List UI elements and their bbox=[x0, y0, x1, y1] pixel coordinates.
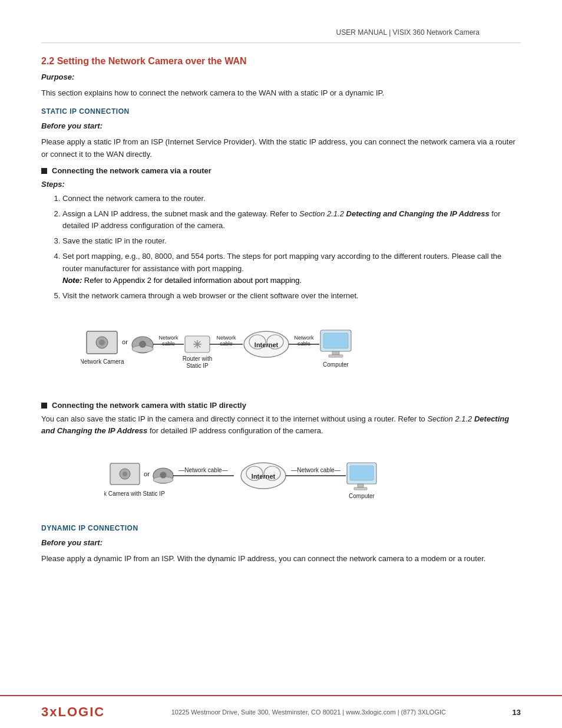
purpose-text: This section explains how to connect the… bbox=[41, 87, 521, 99]
step-2: Assign a LAN IP address, the subnet mask… bbox=[62, 208, 521, 232]
diagram1: Network Camera or Network cable Router bbox=[41, 314, 521, 390]
footer-page: 13 bbox=[513, 708, 521, 717]
svg-rect-51 bbox=[350, 466, 373, 480]
svg-rect-30 bbox=[323, 333, 348, 348]
svg-point-3 bbox=[99, 340, 105, 345]
svg-point-41 bbox=[160, 472, 167, 479]
purpose-label: Purpose: bbox=[41, 71, 521, 83]
section-title: 2.2 Setting the Network Camera over the … bbox=[41, 56, 521, 67]
header-text: USER MANUAL | VISIX 360 Network Camera bbox=[336, 28, 480, 37]
step-3: Save the static IP in the router. bbox=[62, 235, 521, 247]
svg-rect-52 bbox=[358, 484, 363, 487]
dynamic-before-label: Before you start: bbox=[41, 537, 521, 549]
step-1: Connect the network camera to the router… bbox=[62, 193, 521, 205]
logo-x: x bbox=[49, 704, 58, 719]
step-4: Set port mapping, e.g., 80, 8000, and 55… bbox=[62, 251, 521, 286]
dynamic-ip-label: DYNAMIC IP CONNECTION bbox=[41, 524, 521, 532]
content-area: USER MANUAL | VISIX 360 Network Camera 2… bbox=[0, 0, 562, 695]
bullet2-text: Connecting the network camera with stati… bbox=[52, 401, 246, 410]
para2: You can also save the static IP in the c… bbox=[41, 413, 521, 437]
steps-label: Steps: bbox=[41, 179, 521, 190]
before-start-label: Before you start: bbox=[41, 120, 521, 132]
before-start-text: Please apply a static IP from an ISP (In… bbox=[41, 136, 521, 160]
step-5: Visit the network camera through a web b… bbox=[62, 290, 521, 302]
svg-text:Network: Network bbox=[294, 335, 314, 341]
diagram2: Network Camera with Static IP or —Networ… bbox=[41, 449, 521, 513]
svg-text:—Network cable—: —Network cable— bbox=[291, 467, 340, 473]
page-footer: 3xLOGIC 10225 Westmoor Drive, Suite 300,… bbox=[0, 695, 562, 728]
svg-text:Network Camera: Network Camera bbox=[81, 358, 124, 365]
logo-text: 3xLOGIC bbox=[41, 704, 105, 719]
svg-text:Computer: Computer bbox=[323, 361, 349, 368]
svg-text:cable: cable bbox=[297, 341, 310, 347]
svg-text:Computer: Computer bbox=[349, 493, 375, 499]
dynamic-text: Please apply a dynamic IP from an ISP. W… bbox=[41, 553, 521, 565]
svg-text:Network Camera with Static IP: Network Camera with Static IP bbox=[104, 490, 165, 497]
bullet1-icon bbox=[41, 168, 47, 174]
bullet2-block: Connecting the network camera with stati… bbox=[41, 401, 521, 410]
svg-text:Static IP: Static IP bbox=[186, 363, 209, 369]
svg-text:or: or bbox=[122, 338, 128, 345]
svg-text:Network: Network bbox=[216, 335, 236, 341]
static-ip-label: STATIC IP CONNECTION bbox=[41, 107, 521, 116]
logo: 3xLOGIC bbox=[41, 704, 105, 720]
svg-point-8 bbox=[139, 341, 146, 348]
diagram2-svg: Network Camera with Static IP or —Networ… bbox=[104, 449, 458, 513]
svg-rect-32 bbox=[329, 355, 343, 357]
steps-list: Connect the network camera to the router… bbox=[62, 193, 521, 302]
svg-text:cable: cable bbox=[220, 341, 233, 347]
svg-text:cable: cable bbox=[162, 341, 175, 347]
svg-text:Router with: Router with bbox=[183, 355, 213, 362]
svg-text:—Network cable—: —Network cable— bbox=[178, 467, 227, 473]
svg-rect-53 bbox=[354, 487, 367, 490]
svg-text:Internet: Internet bbox=[254, 341, 279, 348]
svg-text:Internet: Internet bbox=[252, 473, 276, 480]
svg-point-36 bbox=[123, 472, 127, 476]
diagram1-svg: Network Camera or Network cable Router bbox=[81, 314, 481, 390]
bullet1-block: Connecting the network camera via a rout… bbox=[41, 166, 521, 175]
svg-text:or: or bbox=[144, 470, 150, 477]
footer-info: 10225 Westmoor Drive, Suite 300, Westmin… bbox=[105, 709, 512, 716]
bullet1-text: Connecting the network camera via a rout… bbox=[52, 166, 211, 175]
svg-text:Network: Network bbox=[158, 335, 178, 341]
page-header: USER MANUAL | VISIX 360 Network Camera bbox=[41, 18, 521, 43]
svg-rect-31 bbox=[332, 351, 339, 355]
page: USER MANUAL | VISIX 360 Network Camera 2… bbox=[0, 0, 562, 728]
bullet2-icon bbox=[41, 403, 47, 409]
